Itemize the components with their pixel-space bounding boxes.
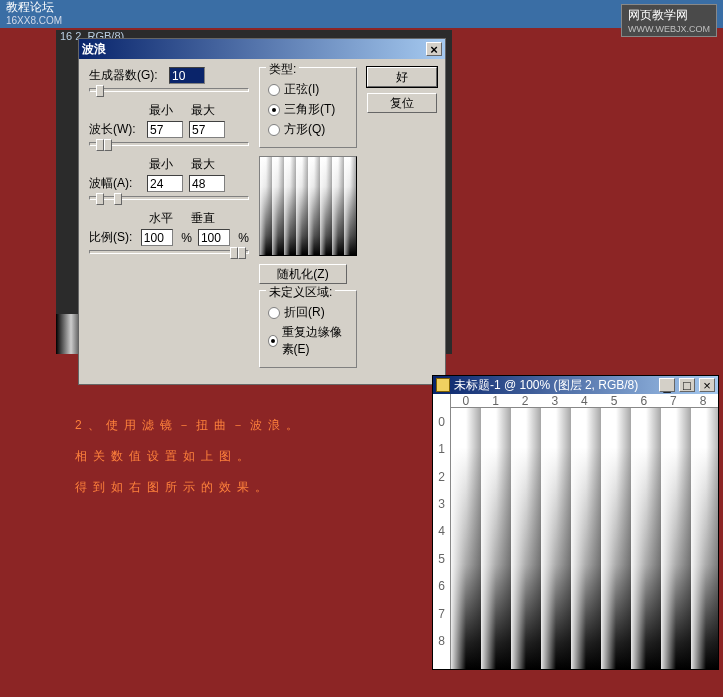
type-group: 类型: 正弦(I) 三角形(T) 方形(Q) (259, 67, 357, 148)
forum-sub: 16XX8.COM (6, 14, 717, 28)
document-titlebar[interactable]: 未标题-1 @ 100% (图层 2, RGB/8) _ □ × (433, 376, 718, 394)
type-label: 类型: (266, 61, 299, 78)
document-title: 未标题-1 @ 100% (图层 2, RGB/8) (454, 377, 638, 394)
wavelength-slider[interactable] (89, 142, 249, 146)
scale-label: 比例(S): (89, 229, 135, 246)
scale-h-input[interactable]: 100 (141, 229, 173, 246)
undefined-repeat[interactable]: 重复边缘像素(E) (268, 324, 348, 358)
instruction-line-1: 2、使用滤镜－扭曲－波浪。 (75, 410, 304, 441)
undefined-group: 未定义区域: 折回(R) 重复边缘像素(E) (259, 290, 357, 368)
instruction-line-3: 得到如右图所示的效果。 (75, 472, 304, 503)
forum-title: 教程论坛 (6, 0, 717, 14)
wavelength-label: 波长(W): (89, 121, 141, 138)
wavelength-min-input[interactable]: 57 (147, 121, 183, 138)
tutorial-text: 2、使用滤镜－扭曲－波浪。 相关数值设置如上图。 得到如右图所示的效果。 (75, 410, 304, 504)
dialog-titlebar[interactable]: 波浪 × (79, 39, 445, 59)
horizontal-ruler: 012345678 (451, 394, 718, 408)
ok-button[interactable]: 好 (367, 67, 437, 87)
reset-button[interactable]: 复位 (367, 93, 437, 113)
instruction-line-2: 相关数值设置如上图。 (75, 441, 304, 472)
max-header: 最大 (191, 102, 215, 119)
type-triangle[interactable]: 三角形(T) (268, 101, 348, 118)
wave-dialog: 波浪 × 生成器数(G): 10 最小 最大 波长(W): 57 57 最小 最… (78, 38, 446, 385)
generators-slider[interactable] (89, 88, 249, 92)
close-icon[interactable]: × (426, 42, 442, 56)
document-icon (436, 378, 450, 392)
minimize-icon[interactable]: _ (659, 378, 675, 392)
amplitude-max-input[interactable]: 48 (189, 175, 225, 192)
maximize-icon[interactable]: □ (679, 378, 695, 392)
amplitude-label: 波幅(A): (89, 175, 141, 192)
min-header: 最小 (149, 102, 173, 119)
vertical-ruler: 012345678 (433, 394, 451, 669)
wave-preview (259, 156, 357, 256)
site-logo: 网页教学网 WWW.WEBJX.COM (621, 4, 717, 37)
photoshop-document-window: 未标题-1 @ 100% (图层 2, RGB/8) _ □ × 0123456… (432, 375, 719, 670)
generators-label: 生成器数(G): (89, 67, 163, 84)
type-square[interactable]: 方形(Q) (268, 121, 348, 138)
document-canvas[interactable] (451, 408, 718, 669)
undefined-label: 未定义区域: (266, 284, 335, 301)
wavelength-max-input[interactable]: 57 (189, 121, 225, 138)
dialog-title: 波浪 (82, 41, 106, 58)
amplitude-slider[interactable] (89, 196, 249, 200)
scale-v-input[interactable]: 100 (198, 229, 230, 246)
type-sine[interactable]: 正弦(I) (268, 81, 348, 98)
scale-slider[interactable] (89, 250, 249, 254)
amplitude-min-input[interactable]: 24 (147, 175, 183, 192)
randomize-button[interactable]: 随机化(Z) (259, 264, 347, 284)
generators-input[interactable]: 10 (169, 67, 205, 84)
max-header2: 最大 (191, 156, 215, 173)
horiz-header: 水平 (149, 210, 173, 227)
min-header2: 最小 (149, 156, 173, 173)
undefined-wrap[interactable]: 折回(R) (268, 304, 348, 321)
forum-header: 教程论坛 16XX8.COM (0, 0, 723, 28)
vert-header: 垂直 (191, 210, 215, 227)
close-icon[interactable]: × (699, 378, 715, 392)
